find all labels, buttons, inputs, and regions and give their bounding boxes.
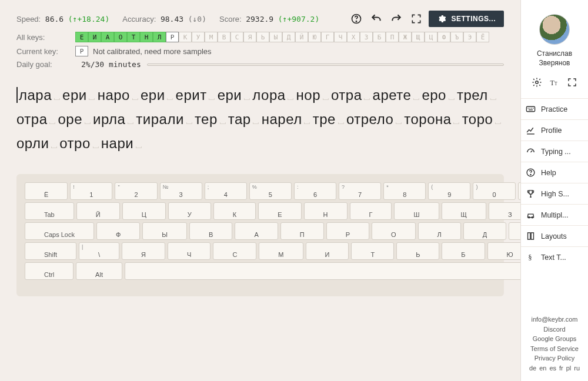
nav-chart[interactable]: Profile (521, 119, 588, 141)
footer-links: info@keybr.com DiscordGoogle GroupsTerms… (528, 309, 581, 381)
key-Ц[interactable]: Ц (425, 32, 437, 42)
key: Й (76, 202, 120, 220)
username: Станислав Зверянов (521, 49, 588, 68)
key-Д[interactable]: Д (282, 32, 295, 42)
key: П (280, 222, 324, 240)
key (125, 262, 520, 280)
svg-point-2 (536, 81, 539, 84)
key: ;4 (205, 182, 247, 200)
key: О (372, 222, 416, 240)
key-Б[interactable]: Б (373, 32, 386, 42)
nav-car[interactable]: Multipl... (521, 204, 588, 225)
key-Ь[interactable]: Ь (256, 32, 269, 42)
key: Shift (25, 242, 76, 260)
key-Н[interactable]: Н (140, 32, 153, 42)
key: Е (258, 202, 301, 220)
svg-point-12 (530, 175, 531, 175)
svg-rect-9 (533, 108, 533, 109)
svg-rect-5 (526, 106, 534, 112)
nav-gauge[interactable]: Typing ... (521, 141, 588, 162)
key: Ю (487, 242, 520, 260)
key: Н (304, 202, 348, 220)
score-metric: Score: 2932.9 (↑+907.2) (219, 15, 319, 24)
key-Ч[interactable]: Ч (334, 32, 347, 42)
nav-trophy[interactable]: High S... (521, 183, 588, 204)
dailygoal-value: 2%/30 minutes (81, 60, 141, 69)
nav-keyboard[interactable]: Practice (521, 98, 588, 119)
key-П[interactable]: П (386, 32, 399, 42)
svg-point-1 (356, 21, 357, 22)
key: С (213, 242, 256, 260)
key-А[interactable]: А (101, 32, 114, 42)
key-Ф[interactable]: Ф (437, 32, 450, 42)
dailygoal-progress (147, 63, 504, 66)
footer-email[interactable]: info@keybr.com (529, 315, 580, 325)
expand-icon[interactable] (567, 77, 577, 90)
redo-icon[interactable] (389, 11, 404, 26)
textsize-icon[interactable]: TT (549, 77, 560, 90)
key: И (306, 242, 349, 260)
key: Caps Lock (25, 222, 94, 240)
key: Л (418, 222, 461, 240)
key-З[interactable]: З (360, 32, 373, 42)
allkeys-list: ЕИАОТНЛРКУМВСЯЬЫДЙЮГЧХЗБПЖЩЦФЪЭЁ (75, 32, 489, 42)
key-С[interactable]: С (230, 32, 243, 42)
key: Ж (509, 222, 520, 240)
dailygoal-label: Daily goal: (16, 60, 75, 69)
key: |\ (79, 242, 119, 260)
gear-icon[interactable] (532, 77, 542, 90)
key-Ё[interactable]: Ё (476, 32, 489, 42)
key: Ц (122, 202, 166, 220)
gear-icon (437, 14, 446, 24)
key-О[interactable]: О (114, 32, 127, 42)
key: "2 (115, 182, 157, 200)
key: З (489, 202, 520, 220)
avatar[interactable] (539, 14, 570, 45)
key-Х[interactable]: Х (347, 32, 360, 42)
key: Ы (142, 222, 187, 240)
key-Ы[interactable]: Ы (269, 32, 282, 42)
key-Э[interactable]: Э (463, 32, 476, 42)
key: М (259, 242, 303, 260)
key-Ъ[interactable]: Ъ (450, 32, 463, 42)
key: :6 (294, 182, 336, 200)
key-Й[interactable]: Й (295, 32, 308, 42)
key-Г[interactable]: Г (321, 32, 334, 42)
key: *8 (383, 182, 426, 200)
key-Т[interactable]: Т (127, 32, 140, 42)
allkeys-label: All keys: (16, 33, 75, 42)
key: Ч (168, 242, 211, 260)
key: !1 (70, 182, 112, 200)
undo-icon[interactable] (369, 11, 384, 26)
key: Ь (396, 242, 439, 260)
svg-text:§: § (528, 253, 532, 262)
key: %5 (249, 182, 292, 200)
key-Я[interactable]: Я (243, 32, 256, 42)
practice-text[interactable]: лараеринароериеритерилораноротрааретееро… (16, 84, 504, 156)
currentkey-box: Р (75, 46, 88, 56)
nav-section[interactable]: §Text T... (521, 246, 588, 268)
key: Я (122, 242, 165, 260)
virtual-keyboard: Ё!1"2№3;4%5:6?7*8(9)0_-+=BackspaceTabЙЦУ… (16, 174, 504, 296)
key-Л[interactable]: Л (153, 32, 166, 42)
key-Е[interactable]: Е (75, 32, 88, 42)
key-Ж[interactable]: Ж (399, 32, 412, 42)
key-М[interactable]: М (205, 32, 218, 42)
key: _- (518, 182, 520, 200)
key: А (235, 222, 278, 240)
key-Щ[interactable]: Щ (412, 32, 425, 42)
fullscreen-icon[interactable] (409, 11, 424, 26)
key-И[interactable]: И (88, 32, 101, 42)
nav-help[interactable]: Help (521, 162, 588, 183)
key-К[interactable]: К (179, 32, 192, 42)
key-Ю[interactable]: Ю (308, 32, 321, 42)
key-У[interactable]: У (192, 32, 205, 42)
key: Ф (96, 222, 140, 240)
svg-rect-6 (528, 108, 529, 109)
settings-button[interactable]: SETTINGS... (429, 11, 504, 27)
key-В[interactable]: В (218, 32, 230, 42)
key-Р[interactable]: Р (166, 32, 179, 42)
help-icon[interactable] (349, 11, 364, 26)
nav-layout[interactable]: Layouts (521, 225, 588, 246)
key: Щ (442, 202, 486, 220)
